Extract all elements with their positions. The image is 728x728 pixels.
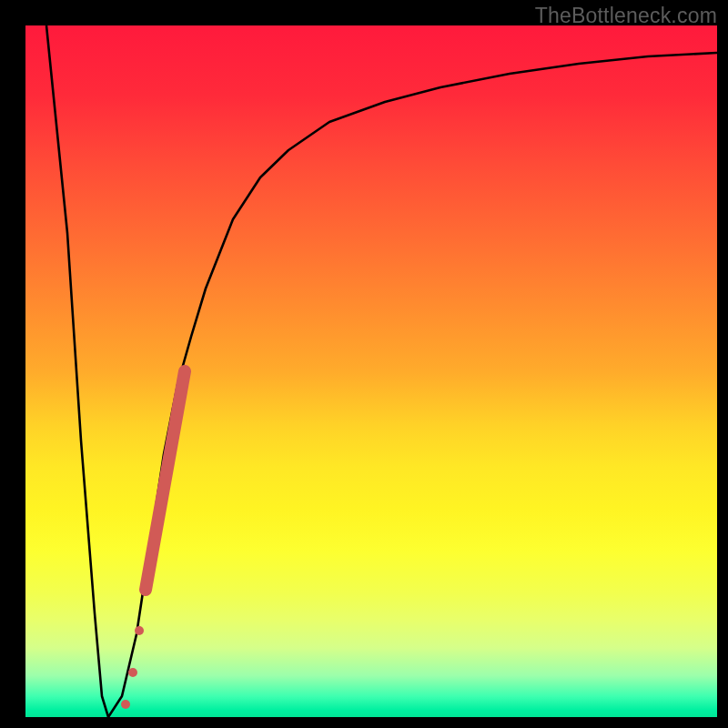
watermark-text: TheBottleneck.com (535, 4, 717, 28)
marker-dot-2 (128, 668, 137, 677)
plot-area (25, 25, 717, 717)
chart-frame: TheBottleneck.com (0, 0, 728, 728)
marker-dot-3 (135, 626, 144, 635)
highlight-bar (146, 371, 185, 590)
bottleneck-curve (46, 25, 717, 717)
marker-dot-1 (121, 700, 130, 709)
curve-svg (25, 25, 717, 717)
